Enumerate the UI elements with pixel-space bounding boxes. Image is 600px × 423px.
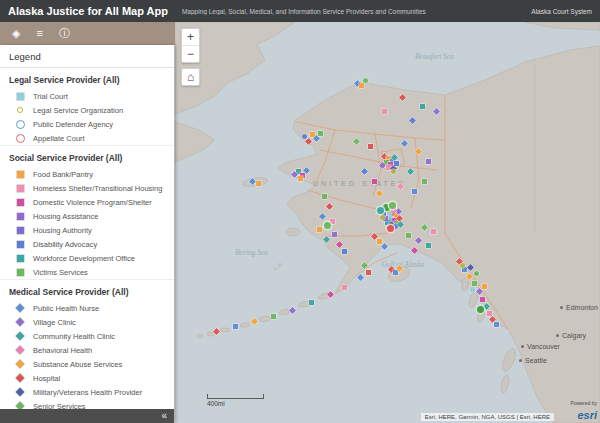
map-marker[interactable] (368, 144, 373, 149)
map-marker[interactable] (476, 305, 485, 314)
legend-item-label: Behavioral Health (33, 346, 92, 355)
map-marker[interactable] (386, 224, 395, 233)
diamond-symbol-icon (15, 345, 25, 355)
map-marker[interactable] (322, 194, 327, 199)
map-canvas[interactable]: Beaufort Sea Bering Sea Gulf of Alaska U… (175, 22, 600, 423)
city-label: Calgary (556, 332, 586, 339)
legend-item-label: Hospital (33, 374, 60, 383)
header-org-label: Alaska Court System (531, 8, 592, 15)
map-marker[interactable] (482, 284, 487, 289)
map-marker[interactable] (412, 189, 417, 194)
legend-item: Workforce Development Office (0, 251, 174, 265)
united-states-label: UNITED STATES (313, 180, 406, 187)
home-button[interactable]: ⌂ (182, 69, 199, 85)
map-marker[interactable] (233, 324, 238, 329)
map-marker[interactable] (377, 239, 382, 244)
diamond-symbol-icon (15, 317, 25, 327)
layers-icon[interactable]: ◈ (12, 22, 20, 45)
map-marker[interactable] (298, 176, 303, 181)
legend-item-label: Victims Services (33, 268, 88, 277)
scale-line (207, 394, 264, 399)
map-marker[interactable] (380, 215, 385, 220)
map-marker[interactable] (376, 206, 385, 215)
scale-label: 400mi (207, 400, 264, 407)
map-marker[interactable] (460, 263, 465, 268)
home-control: ⌂ (181, 68, 200, 86)
legend-item-label: Substance Abuse Services (33, 360, 122, 369)
legend-item-label: Military/Veterans Health Provider (33, 388, 142, 397)
diamond-symbol-icon (15, 373, 25, 383)
map-marker[interactable] (271, 314, 276, 319)
city-name: Edmonton (566, 304, 598, 311)
map-marker[interactable] (363, 78, 368, 83)
map-marker[interactable] (470, 287, 475, 292)
legend-item-label: Public Health Nurse (33, 304, 99, 313)
map-marker[interactable] (406, 233, 411, 238)
map-marker[interactable] (332, 232, 337, 237)
map-marker[interactable] (256, 181, 261, 186)
map-marker[interactable] (318, 131, 323, 136)
map-attribution: Esri, HERE, Garmin, NGA, USGS | Esri, HE… (421, 413, 554, 421)
map-marker[interactable] (302, 134, 307, 139)
map-marker[interactable] (372, 179, 377, 184)
square-symbol-icon (15, 211, 25, 221)
legend-item-label: Community Health Clinic (33, 332, 115, 341)
legend-item-label: Domestic Violence Program/Shelter (33, 198, 152, 207)
legend-section-title: Social Service Provider (All) (0, 146, 174, 167)
map-marker[interactable] (431, 229, 436, 234)
map-marker[interactable] (420, 104, 425, 109)
map-marker[interactable] (342, 249, 347, 254)
circle-lg-symbol-icon (15, 119, 25, 129)
map-marker[interactable] (382, 109, 387, 114)
map-marker[interactable] (366, 270, 371, 275)
powered-by-label: Powered by (571, 401, 597, 406)
diamond-symbol-icon (15, 387, 25, 397)
collapse-chevron-icon: « (161, 410, 167, 421)
info-icon[interactable]: ⓘ (59, 22, 70, 45)
legend-item-label: Workforce Development Office (33, 254, 135, 263)
esri-logo: Powered by esri (571, 401, 597, 422)
city-label: Vancouver (521, 343, 560, 350)
map-marker[interactable] (317, 227, 322, 232)
map-marker[interactable] (342, 285, 347, 290)
map-marker[interactable] (494, 322, 499, 327)
legend-item: Housing Authority (0, 223, 174, 237)
legend-icon[interactable]: ≡ (36, 22, 42, 45)
legend-item-label: Homeless Shelter/Transitional Housing (33, 184, 162, 193)
app-title: Alaska Justice for All Map App (8, 5, 168, 17)
map-marker[interactable] (472, 281, 477, 286)
map-marker[interactable] (426, 159, 431, 164)
square-symbol-icon (15, 253, 25, 263)
square-symbol-icon (15, 169, 25, 179)
legend-item: Disability Advocacy (0, 237, 174, 251)
map-marker[interactable] (309, 300, 314, 305)
map-marker[interactable] (426, 243, 431, 248)
map-marker[interactable] (480, 297, 485, 302)
city-dot (560, 306, 563, 309)
legend-item-label: Food Bank/Pantry (33, 170, 93, 179)
legend-item: Military/Veterans Health Provider (0, 385, 174, 399)
map-marker[interactable] (323, 221, 332, 230)
legend-item: Legal Service Organization (0, 103, 174, 117)
legend-section: Social Service Provider (All)Food Bank/P… (0, 145, 174, 279)
panel-collapse-button[interactable]: « (0, 409, 174, 423)
circle-symbol-icon (15, 105, 25, 115)
legend-title: Legend (0, 45, 174, 68)
map-marker[interactable] (388, 201, 397, 210)
map-marker[interactable] (394, 161, 399, 166)
map-marker[interactable] (359, 83, 364, 88)
city-dot (521, 345, 524, 348)
map-marker[interactable] (422, 179, 427, 184)
widget-toolbar: ◈ ≡ ⓘ (0, 22, 175, 45)
legend-sections: Legal Service Provider (All)Trial CourtL… (0, 68, 174, 410)
zoom-in-button[interactable]: + (182, 29, 199, 45)
legend-item-label: Village Clinic (33, 318, 76, 327)
map-marker[interactable] (474, 271, 479, 276)
legend-item: Community Health Clinic (0, 329, 174, 343)
legend-item: Trial Court (0, 89, 174, 103)
map-marker[interactable] (391, 169, 396, 174)
legend-item: Hospital (0, 371, 174, 385)
zoom-out-button[interactable]: − (182, 45, 199, 62)
city-dot (519, 359, 522, 362)
circle-lg-symbol-icon (15, 133, 25, 143)
